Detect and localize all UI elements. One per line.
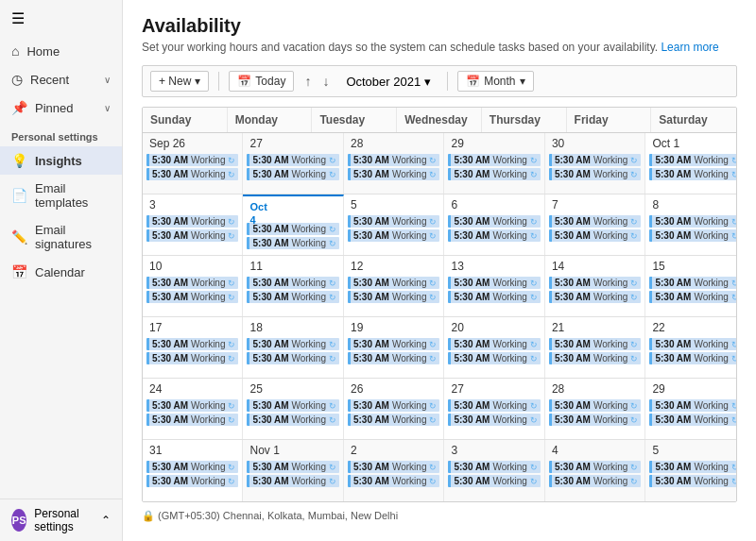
calendar-event[interactable]: 5:30 AMWorking↻: [247, 168, 338, 180]
calendar-cell[interactable]: 35:30 AMWorking↻5:30 AMWorking↻: [143, 194, 243, 255]
calendar-event[interactable]: 5:30 AMWorking↻: [549, 215, 641, 228]
sidebar-footer[interactable]: PS Personal settings ⌃: [0, 499, 122, 541]
month-selector[interactable]: October 2021 ▾: [339, 72, 438, 92]
calendar-event[interactable]: 5:30 AMWorking↻: [448, 168, 540, 180]
calendar-cell[interactable]: 115:30 AMWorking↻5:30 AMWorking↻: [243, 256, 343, 316]
calendar-cell[interactable]: 55:30 AMWorking↻5:30 AMWorking↻: [344, 194, 444, 255]
calendar-event[interactable]: 5:30 AMWorking↻: [649, 277, 737, 289]
calendar-event[interactable]: 5:30 AMWorking↻: [448, 154, 540, 166]
new-button[interactable]: + New ▾: [150, 71, 209, 92]
calendar-event[interactable]: 5:30 AMWorking↻: [448, 229, 540, 242]
calendar-event[interactable]: 5:30 AMWorking↻: [247, 154, 338, 166]
calendar-cell[interactable]: 195:30 AMWorking↻5:30 AMWorking↻: [344, 317, 444, 378]
calendar-event[interactable]: 5:30 AMWorking↻: [348, 399, 439, 412]
calendar-cell[interactable]: 265:30 AMWorking↻5:30 AMWorking↻: [344, 379, 444, 439]
calendar-event[interactable]: 5:30 AMWorking↻: [247, 352, 338, 364]
calendar-event[interactable]: 5:30 AMWorking↻: [649, 338, 737, 350]
sidebar-item-recent[interactable]: ◷ Recent ∨: [0, 65, 122, 93]
calendar-cell[interactable]: Nov 15:30 AMWorking↻5:30 AMWorking↻: [243, 440, 343, 501]
calendar-event[interactable]: 5:30 AMWorking↻: [549, 277, 641, 289]
prev-button[interactable]: ↑: [300, 72, 316, 91]
calendar-event[interactable]: 5:30 AMWorking↻: [649, 475, 737, 487]
calendar-event[interactable]: 5:30 AMWorking↻: [247, 399, 338, 412]
sidebar-item-home[interactable]: ⌂ Home: [0, 37, 122, 65]
calendar-cell[interactable]: 295:30 AMWorking↻5:30 AMWorking↻: [645, 379, 737, 439]
calendar-event[interactable]: 5:30 AMWorking↻: [549, 399, 641, 412]
calendar-event[interactable]: 5:30 AMWorking↻: [549, 154, 641, 166]
calendar-cell[interactable]: 305:30 AMWorking↻5:30 AMWorking↻: [545, 133, 645, 194]
calendar-cell[interactable]: 205:30 AMWorking↻5:30 AMWorking↻: [444, 317, 544, 378]
calendar-event[interactable]: 5:30 AMWorking↻: [448, 461, 540, 473]
calendar-event[interactable]: 5:30 AMWorking↻: [649, 414, 737, 426]
calendar-cell[interactable]: Sep 265:30 AMWorking↻5:30 AMWorking↻: [143, 133, 243, 194]
calendar-event[interactable]: 5:30 AMWorking↻: [649, 461, 737, 473]
sidebar-item-email-signatures[interactable]: ✏️ Email signatures: [0, 216, 122, 258]
calendar-event[interactable]: 5:30 AMWorking↻: [649, 215, 737, 228]
sidebar-item-insights[interactable]: 💡 Insights: [0, 146, 122, 175]
calendar-event[interactable]: 5:30 AMWorking↻: [348, 461, 439, 473]
calendar-event[interactable]: 5:30 AMWorking↻: [448, 352, 540, 364]
calendar-cell[interactable]: Oct 45:30 AMWorking↻5:30 AMWorking↻: [243, 194, 343, 255]
calendar-event[interactable]: 5:30 AMWorking↻: [247, 414, 338, 426]
calendar-event[interactable]: 5:30 AMWorking↻: [146, 475, 238, 487]
calendar-cell[interactable]: 285:30 AMWorking↻5:30 AMWorking↻: [545, 379, 645, 439]
calendar-event[interactable]: 5:30 AMWorking↻: [247, 475, 338, 487]
calendar-event[interactable]: 5:30 AMWorking↻: [348, 414, 439, 426]
calendar-event[interactable]: 5:30 AMWorking↻: [348, 475, 439, 487]
calendar-event[interactable]: 5:30 AMWorking↻: [146, 168, 238, 180]
calendar-event[interactable]: 5:30 AMWorking↻: [549, 338, 641, 350]
sidebar-item-pinned[interactable]: 📌 Pinned ∨: [0, 93, 122, 122]
calendar-cell[interactable]: 45:30 AMWorking↻5:30 AMWorking↻: [545, 440, 645, 501]
calendar-event[interactable]: 5:30 AMWorking↻: [348, 154, 439, 166]
calendar-cell[interactable]: 65:30 AMWorking↻5:30 AMWorking↻: [444, 194, 544, 255]
calendar-cell[interactable]: 125:30 AMWorking↻5:30 AMWorking↻: [344, 256, 444, 316]
calendar-event[interactable]: 5:30 AMWorking↻: [348, 168, 439, 180]
calendar-event[interactable]: 5:30 AMWorking↻: [549, 352, 641, 364]
calendar-event[interactable]: 5:30 AMWorking↻: [448, 414, 540, 426]
calendar-event[interactable]: 5:30 AMWorking↻: [348, 352, 439, 364]
calendar-cell[interactable]: 175:30 AMWorking↻5:30 AMWorking↻: [143, 317, 243, 378]
calendar-cell[interactable]: 275:30 AMWorking↻5:30 AMWorking↻: [243, 133, 343, 194]
calendar-event[interactable]: 5:30 AMWorking↻: [146, 215, 238, 228]
calendar-cell[interactable]: 295:30 AMWorking↻5:30 AMWorking↻: [444, 133, 544, 194]
calendar-event[interactable]: 5:30 AMWorking↻: [146, 154, 238, 166]
calendar-event[interactable]: 5:30 AMWorking↻: [348, 291, 439, 303]
calendar-event[interactable]: 5:30 AMWorking↻: [348, 277, 439, 289]
learn-more-link[interactable]: Learn more: [661, 41, 718, 54]
calendar-cell[interactable]: 105:30 AMWorking↻5:30 AMWorking↻: [143, 256, 243, 316]
calendar-cell[interactable]: Oct 15:30 AMWorking↻5:30 AMWorking↻: [645, 133, 737, 194]
next-button[interactable]: ↓: [318, 72, 334, 91]
calendar-event[interactable]: 5:30 AMWorking↻: [348, 338, 439, 350]
today-button[interactable]: 📅 Today: [229, 71, 294, 92]
calendar-cell[interactable]: 285:30 AMWorking↻5:30 AMWorking↻: [344, 133, 444, 194]
calendar-event[interactable]: 5:30 AMWorking↻: [649, 168, 737, 180]
calendar-event[interactable]: 5:30 AMWorking↻: [146, 399, 238, 412]
calendar-event[interactable]: 5:30 AMWorking↻: [549, 475, 641, 487]
calendar-cell[interactable]: 275:30 AMWorking↻5:30 AMWorking↻: [444, 379, 544, 439]
calendar-event[interactable]: 5:30 AMWorking↻: [146, 352, 238, 364]
calendar-cell[interactable]: 55:30 AMWorking↻5:30 AMWorking↻: [645, 440, 737, 501]
calendar-cell[interactable]: 35:30 AMWorking↻5:30 AMWorking↻: [444, 440, 544, 501]
calendar-event[interactable]: 5:30 AMWorking↻: [549, 461, 641, 473]
calendar-event[interactable]: 5:30 AMWorking↻: [549, 229, 641, 242]
calendar-cell[interactable]: 255:30 AMWorking↻5:30 AMWorking↻: [243, 379, 343, 439]
calendar-cell[interactable]: 245:30 AMWorking↻5:30 AMWorking↻: [143, 379, 243, 439]
calendar-cell[interactable]: 185:30 AMWorking↻5:30 AMWorking↻: [243, 317, 343, 378]
calendar-event[interactable]: 5:30 AMWorking↻: [549, 168, 641, 180]
calendar-cell[interactable]: 145:30 AMWorking↻5:30 AMWorking↻: [545, 256, 645, 316]
hamburger-icon[interactable]: ☰: [0, 0, 122, 37]
calendar-event[interactable]: 5:30 AMWorking↻: [649, 154, 737, 166]
calendar-cell[interactable]: 315:30 AMWorking↻5:30 AMWorking↻: [143, 440, 243, 501]
calendar-cell[interactable]: 85:30 AMWorking↻5:30 AMWorking↻: [645, 194, 737, 255]
calendar-event[interactable]: 5:30 AMWorking↻: [146, 414, 238, 426]
calendar-event[interactable]: 5:30 AMWorking↻: [348, 215, 439, 228]
calendar-event[interactable]: 5:30 AMWorking↻: [549, 414, 641, 426]
calendar-event[interactable]: 5:30 AMWorking↻: [649, 291, 737, 303]
calendar-event[interactable]: 5:30 AMWorking↻: [146, 291, 238, 303]
calendar-event[interactable]: 5:30 AMWorking↻: [247, 237, 338, 249]
calendar-event[interactable]: 5:30 AMWorking↻: [448, 215, 540, 228]
calendar-event[interactable]: 5:30 AMWorking↻: [448, 291, 540, 303]
calendar-cell[interactable]: 75:30 AMWorking↻5:30 AMWorking↻: [545, 194, 645, 255]
calendar-event[interactable]: 5:30 AMWorking↻: [448, 277, 540, 289]
calendar-event[interactable]: 5:30 AMWorking↻: [247, 291, 338, 303]
